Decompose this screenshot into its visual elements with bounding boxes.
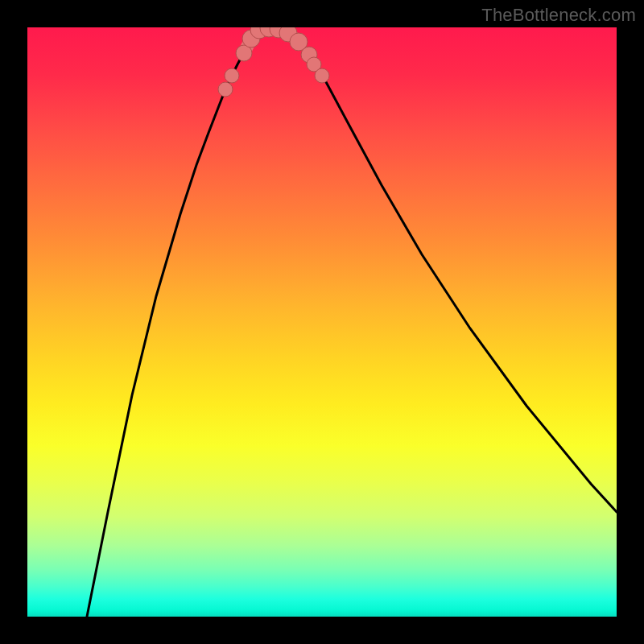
marker-left-up-1 <box>218 82 233 97</box>
chart-svg <box>27 27 617 617</box>
marker-right-up-3 <box>315 68 329 83</box>
curve-right <box>269 28 617 512</box>
marker-left-up-2 <box>225 68 239 83</box>
chart-frame: TheBottleneck.com <box>0 0 644 644</box>
curve-group <box>87 28 617 617</box>
plot-area <box>27 27 617 617</box>
marker-group <box>218 27 329 97</box>
curve-left <box>87 28 269 617</box>
watermark-text: TheBottleneck.com <box>481 5 636 26</box>
